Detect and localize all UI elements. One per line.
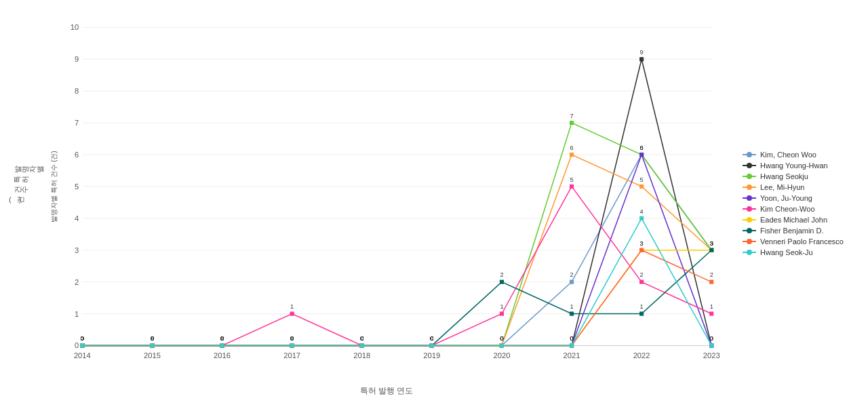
svg-text:8: 8 bbox=[75, 87, 79, 95]
legend-item: Lee, Mi-Hyun bbox=[743, 183, 861, 191]
svg-text:5: 5 bbox=[640, 176, 644, 183]
svg-rect-70 bbox=[639, 57, 644, 61]
legend-label: Hwang Young-Hwan bbox=[760, 161, 828, 170]
svg-text:2023: 2023 bbox=[703, 351, 720, 360]
svg-text:7: 7 bbox=[75, 119, 79, 127]
y-axis-label: 발명자별특허건수(건) bbox=[9, 164, 39, 205]
svg-text:9: 9 bbox=[640, 49, 644, 56]
svg-text:6: 6 bbox=[640, 144, 644, 151]
svg-rect-186 bbox=[500, 280, 504, 284]
svg-text:7: 7 bbox=[570, 113, 573, 119]
legend-label: Kim Cheon-Woo bbox=[760, 205, 815, 213]
legend-item: Fisher Benjamin D. bbox=[743, 227, 861, 235]
svg-text:1: 1 bbox=[75, 310, 79, 318]
svg-text:2022: 2022 bbox=[633, 351, 650, 360]
svg-text:10: 10 bbox=[71, 23, 79, 31]
legend-item: Yoon, Ju-Young bbox=[743, 194, 861, 202]
svg-text:5: 5 bbox=[75, 182, 79, 191]
svg-rect-150 bbox=[639, 280, 644, 284]
svg-text:0: 0 bbox=[500, 335, 503, 342]
svg-text:0: 0 bbox=[710, 335, 713, 342]
svg-text:1: 1 bbox=[570, 303, 573, 310]
svg-text:0: 0 bbox=[151, 335, 154, 342]
chart-container: 발명자별특허건수(건) 0123456789102014201520162017… bbox=[0, 0, 868, 407]
legend-label: Yoon, Ju-Young bbox=[760, 194, 812, 202]
svg-text:0: 0 bbox=[290, 335, 294, 342]
legend-item: Hwang Seok-Ju bbox=[743, 248, 861, 256]
legend-item: Hwang Seokju bbox=[743, 172, 861, 180]
svg-rect-214 bbox=[80, 343, 84, 347]
legend-item: Eades Michael John bbox=[743, 216, 861, 224]
svg-text:1: 1 bbox=[710, 303, 713, 310]
legend-item: Kim, Cheon Woo bbox=[743, 151, 861, 159]
svg-text:2016: 2016 bbox=[214, 351, 231, 360]
svg-text:4: 4 bbox=[75, 214, 79, 222]
svg-text:2020: 2020 bbox=[493, 351, 510, 360]
svg-text:2018: 2018 bbox=[353, 351, 370, 360]
svg-text:2: 2 bbox=[640, 271, 644, 278]
svg-text:2017: 2017 bbox=[283, 351, 300, 360]
svg-rect-148 bbox=[570, 185, 574, 189]
legend-label: Hwang Seokju bbox=[760, 172, 808, 180]
svg-text:0: 0 bbox=[220, 335, 224, 342]
svg-text:3: 3 bbox=[710, 240, 713, 247]
svg-text:2: 2 bbox=[500, 271, 503, 278]
svg-text:0: 0 bbox=[75, 341, 79, 349]
legend-item: Venneri Paolo Francesco bbox=[743, 237, 861, 246]
svg-rect-190 bbox=[639, 311, 644, 315]
svg-text:9: 9 bbox=[75, 55, 79, 63]
svg-rect-108 bbox=[570, 153, 574, 157]
svg-text:4: 4 bbox=[640, 208, 644, 215]
legend-area: Kim, Cheon WooHwang Young-HwanHwang Seok… bbox=[732, 0, 868, 407]
svg-rect-188 bbox=[570, 311, 574, 315]
svg-text:0: 0 bbox=[570, 335, 573, 342]
svg-text:발명자별 특허 건수 (건): 발명자별 특허 건수 (건) bbox=[50, 151, 58, 222]
svg-text:2: 2 bbox=[710, 271, 713, 278]
legend-item: Kim Cheon-Woo bbox=[743, 205, 861, 213]
svg-rect-224 bbox=[430, 343, 434, 347]
svg-rect-152 bbox=[709, 311, 713, 315]
legend-label: Kim, Cheon Woo bbox=[760, 151, 816, 159]
svg-rect-146 bbox=[500, 311, 504, 315]
svg-text:5: 5 bbox=[570, 176, 573, 183]
chart-area: 발명자별특허건수(건) 0123456789102014201520162017… bbox=[41, 14, 732, 366]
svg-text:2015: 2015 bbox=[144, 351, 161, 360]
svg-rect-48 bbox=[570, 280, 574, 284]
svg-rect-210 bbox=[639, 248, 644, 252]
x-axis-label: 특허 발행 연도 bbox=[360, 385, 414, 397]
svg-text:6: 6 bbox=[570, 144, 573, 151]
svg-rect-140 bbox=[290, 311, 294, 315]
svg-text:0: 0 bbox=[81, 335, 84, 342]
svg-text:2: 2 bbox=[75, 278, 79, 286]
legend-label: Fisher Benjamin D. bbox=[760, 227, 824, 235]
svg-text:3: 3 bbox=[75, 246, 79, 254]
svg-rect-212 bbox=[709, 280, 713, 284]
svg-rect-222 bbox=[360, 343, 364, 347]
svg-rect-228 bbox=[570, 343, 574, 347]
svg-rect-220 bbox=[290, 343, 294, 347]
svg-text:2014: 2014 bbox=[74, 351, 91, 360]
legend-label: Eades Michael John bbox=[760, 216, 827, 224]
svg-rect-216 bbox=[150, 343, 154, 347]
legend-item: Hwang Young-Hwan bbox=[743, 161, 861, 170]
svg-rect-230 bbox=[639, 216, 644, 220]
svg-rect-88 bbox=[570, 121, 574, 125]
svg-text:0: 0 bbox=[360, 335, 363, 342]
svg-rect-192 bbox=[709, 248, 713, 252]
svg-rect-226 bbox=[500, 343, 504, 347]
svg-text:0: 0 bbox=[430, 335, 433, 342]
legend-label: Lee, Mi-Hyun bbox=[760, 183, 804, 191]
svg-text:6: 6 bbox=[75, 151, 79, 159]
svg-rect-110 bbox=[639, 185, 644, 189]
svg-text:1: 1 bbox=[500, 303, 503, 310]
chart-svg: 0123456789102014201520162017201820192020… bbox=[41, 14, 732, 366]
svg-rect-232 bbox=[709, 343, 713, 347]
svg-rect-218 bbox=[220, 343, 224, 347]
svg-text:2: 2 bbox=[570, 271, 573, 278]
legend-label: Hwang Seok-Ju bbox=[760, 248, 813, 256]
svg-text:3: 3 bbox=[640, 240, 644, 247]
svg-rect-130 bbox=[639, 153, 644, 157]
svg-text:1: 1 bbox=[290, 303, 294, 310]
svg-text:2019: 2019 bbox=[423, 351, 440, 360]
legend-label: Venneri Paolo Francesco bbox=[760, 237, 844, 246]
